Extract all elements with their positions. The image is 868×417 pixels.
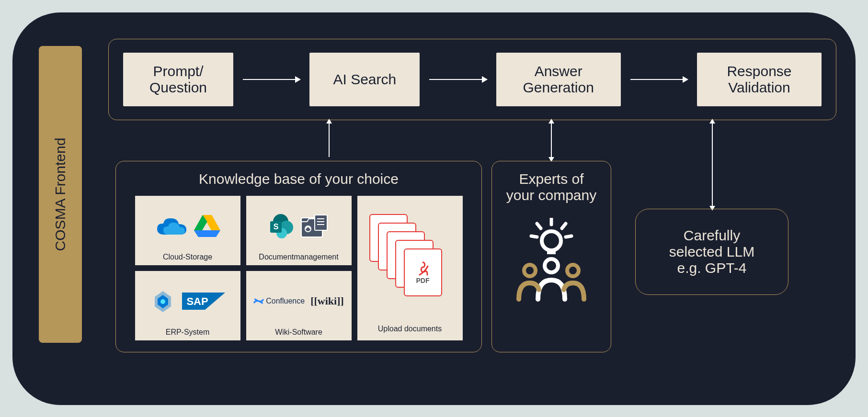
svg-text:SAP: SAP: [186, 295, 208, 307]
connector-llm-to-response: [712, 124, 713, 206]
step-prompt: Prompt/ Question: [123, 53, 233, 106]
step-response-validation: Response Validation: [697, 53, 822, 106]
svg-point-18: [542, 231, 561, 250]
wiki-badge: [[wiki]]: [310, 295, 344, 307]
llm-line1: Carefully: [669, 227, 754, 244]
svg-line-15: [562, 224, 566, 228]
svg-text:S: S: [274, 223, 279, 231]
step-response-line1: Response: [727, 63, 791, 79]
svg-point-11: [160, 299, 165, 304]
confluence-icon: [253, 296, 264, 306]
dynamics-icon: [150, 288, 176, 315]
experts-line2: your company: [506, 187, 596, 203]
diagram-canvas: COSMA Frontend Prompt/ Question AI Searc…: [12, 12, 856, 405]
experts-team-icon: [513, 218, 590, 304]
step-answer-generation: Answer Generation: [496, 53, 621, 106]
tile-erp-label: ERP-System: [166, 328, 210, 337]
experts-line1: Experts of: [519, 171, 583, 187]
tile-erp: SAP ERP-System: [135, 271, 240, 340]
arrow-3: [630, 79, 687, 80]
step-prompt-line1: Prompt/: [153, 63, 203, 79]
tile-cloud-label: Cloud-Storage: [163, 253, 212, 261]
pdf-badge: PDF: [416, 277, 430, 284]
tile-document-management: S Documentmanagement: [246, 196, 352, 265]
tile-wiki: Confluence [[wiki]] Wiki-Software: [246, 271, 352, 340]
pipeline-container: Prompt/ Question AI Search Answer Genera…: [108, 39, 836, 120]
tile-docmgmt-label: Documentmanagement: [259, 253, 338, 261]
confluence-label: Confluence: [266, 297, 305, 305]
experts-container: Experts of your company: [491, 161, 611, 352]
llm-line3: e.g. GPT-4: [669, 260, 754, 276]
dms-folder-icon: [300, 213, 329, 239]
llm-line2: selected LLM: [669, 244, 754, 260]
tile-wiki-label: Wiki-Software: [275, 328, 322, 337]
sap-icon: SAP: [182, 291, 225, 312]
arrow-1: [243, 79, 300, 80]
tile-upload-documents: PDF Upload documents: [357, 196, 463, 340]
llm-container: Carefully selected LLM e.g. GPT-4: [635, 209, 788, 295]
svg-point-21: [524, 265, 536, 276]
svg-point-20: [545, 259, 558, 272]
svg-point-22: [567, 265, 579, 276]
connector-kb-to-search: [329, 124, 330, 157]
svg-rect-19: [547, 249, 556, 254]
frontend-sidebar-label: COSMA Frontend: [52, 137, 69, 251]
svg-line-17: [566, 236, 571, 237]
svg-line-16: [531, 236, 537, 237]
sharepoint-icon: S: [268, 213, 295, 239]
knowledge-base-title: Knowledge base of your choice: [130, 171, 467, 187]
arrow-2: [429, 79, 486, 80]
tile-upload-label: Upload documents: [378, 325, 442, 333]
svg-rect-7: [315, 215, 327, 230]
google-drive-icon: [194, 214, 220, 238]
step-ai-search-label: AI Search: [333, 71, 396, 88]
knowledge-base-container: Knowledge base of your choice Cloud-Stor…: [115, 161, 482, 352]
step-ai-search: AI Search: [309, 53, 420, 106]
frontend-sidebar: COSMA Frontend: [39, 46, 82, 343]
step-answer-line1: Answer: [535, 63, 582, 79]
step-prompt-line2: Question: [149, 79, 207, 96]
step-answer-line2: Generation: [523, 79, 594, 96]
connector-experts-to-answer: [551, 124, 552, 157]
pdf-stack-icon: PDF: [369, 214, 451, 310]
step-response-line2: Validation: [728, 79, 790, 96]
svg-line-14: [537, 224, 541, 228]
tile-cloud-storage: Cloud-Storage: [135, 196, 240, 265]
onedrive-icon: [155, 215, 188, 237]
